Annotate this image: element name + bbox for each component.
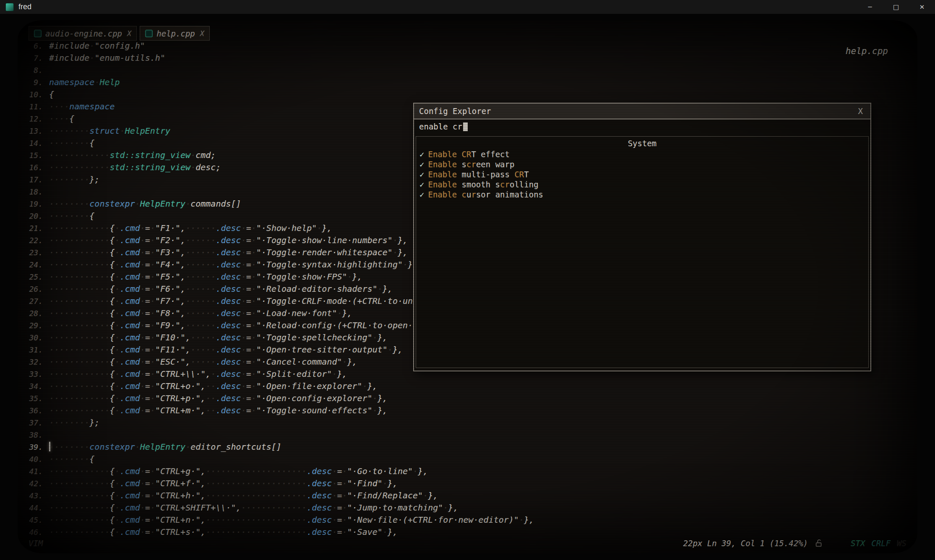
code-token: ············ — [49, 393, 110, 403]
config-option[interactable]: ✓Enable cursor animations — [419, 189, 865, 200]
code-token: { — [89, 138, 94, 148]
minimize-button[interactable]: ─ — [857, 0, 883, 14]
dialog-close-button[interactable]: X — [856, 106, 865, 116]
code-line[interactable]: 34.············{·.cmd·=·"CTRL+o·",··.des… — [18, 380, 917, 392]
line-number: 15. — [18, 149, 43, 161]
code-token: }, — [367, 381, 378, 391]
config-option[interactable]: ✓Enable smooth scrolling — [419, 179, 865, 189]
code-line[interactable]: 37.········}; — [18, 417, 917, 429]
code-token: .desc — [216, 296, 241, 306]
code-token: .desc — [216, 272, 241, 282]
code-token: · — [251, 308, 256, 318]
code-token: "·Toggle·render·whitespace" — [256, 247, 393, 257]
code-token: · — [150, 284, 155, 294]
code-token: { — [110, 272, 115, 282]
code-line[interactable]: 43.············{·.cmd·=·"CTRL+h·",······… — [18, 490, 917, 502]
code-token: · — [393, 247, 398, 257]
config-option[interactable]: ✓Enable screen warp — [419, 159, 865, 169]
option-label-segment: Enable — [428, 150, 457, 159]
code-token: }; — [89, 417, 99, 428]
maximize-button[interactable]: □ — [883, 0, 909, 14]
code-line[interactable]: 41.············{·.cmd·=·"CTRL+g·",······… — [18, 465, 917, 477]
code-line[interactable]: 45.············{·.cmd·=·"CTRL+n·",······… — [18, 514, 917, 526]
code-line[interactable]: 39.········constexpr·HelpEntry·editor_sh… — [18, 441, 917, 453]
code-token: · — [140, 272, 145, 282]
config-option[interactable]: ✓Enable multi-pass CRT — [419, 169, 865, 179]
code-line-content: ············{·.cmd·=·"CTRL+SHIFT+\\·",··… — [49, 502, 458, 514]
code-line[interactable]: 8. — [18, 64, 917, 76]
line-number: 40. — [18, 453, 43, 465]
code-line[interactable]: 6.#include·"config.h" — [18, 40, 917, 52]
code-token: · — [372, 393, 378, 403]
code-line[interactable]: 36.············{·.cmd·=·"CTRL+m·",··.des… — [18, 404, 917, 417]
code-token: .cmd — [120, 235, 140, 245]
option-label-segment: s — [457, 160, 466, 169]
code-line[interactable]: 7.#include·"enum-utils.h" — [18, 52, 917, 64]
close-button[interactable]: ✕ — [909, 0, 935, 14]
code-token: ············ — [49, 284, 110, 294]
code-token: }, — [524, 515, 534, 525]
checkbox-checked-icon[interactable]: ✓ — [419, 160, 424, 169]
code-token: .desc — [216, 369, 241, 379]
code-token: , — [180, 320, 185, 330]
code-token: · — [115, 247, 120, 257]
code-token: · — [115, 515, 120, 525]
code-line-content: ············{·.cmd·=·"F5·",······.desc·=… — [49, 271, 362, 283]
window-controls: ─ □ ✕ — [857, 0, 935, 14]
option-label-segment: Enable — [428, 190, 457, 199]
line-number: 39. — [18, 441, 43, 453]
code-token: · — [347, 272, 352, 282]
code-line[interactable]: 38. — [18, 429, 917, 441]
code-token: .cmd — [120, 272, 140, 282]
code-token: "·Go·to·line" — [347, 466, 413, 476]
line-number: 10. — [18, 88, 43, 101]
filename-overlay: help.cpp — [846, 46, 888, 56]
config-options-list: ✓Enable CRT effect✓Enable screen warp✓En… — [419, 149, 865, 200]
code-token: · — [241, 247, 246, 257]
status-bar: VIM 22px Ln 39, Col 1 (15.42%) STXCRLFWS — [18, 536, 917, 551]
code-line-content: ············{·.cmd·=·"CTRL+m·",··.desc·=… — [49, 404, 388, 417]
code-token: = — [246, 284, 251, 294]
tab-close-button[interactable]: X — [127, 29, 131, 38]
code-token: ············ — [49, 308, 110, 318]
code-line[interactable]: 42.············{·.cmd·=·"CTRL+f·",······… — [18, 477, 917, 490]
line-number: 35. — [18, 392, 43, 404]
code-line-content: ············{·.cmd·=·"CTRL+\\·",·.desc·=… — [49, 368, 347, 380]
code-token: .desc — [216, 381, 241, 391]
checkbox-checked-icon[interactable]: ✓ — [419, 190, 424, 199]
code-line[interactable]: 44.············{·.cmd·=·"CTRL+SHIFT+\\·"… — [18, 502, 917, 514]
code-token: = — [337, 478, 342, 488]
code-token: · — [342, 478, 347, 488]
checkbox-checked-icon[interactable]: ✓ — [419, 150, 424, 159]
mode-indicator: VIM — [29, 539, 43, 548]
line-number: 43. — [18, 490, 43, 502]
code-line[interactable]: 40.········{ — [18, 453, 917, 465]
code-token: · — [251, 259, 256, 270]
code-token: = — [246, 223, 251, 233]
code-line[interactable]: 10.{ — [18, 88, 917, 101]
option-label-segment: CR — [514, 170, 524, 179]
tab-close-button[interactable]: X — [200, 29, 204, 38]
config-search-input[interactable]: enable cr — [414, 119, 870, 134]
code-token: .desc — [216, 308, 241, 318]
config-option[interactable]: ✓Enable CRT effect — [419, 149, 865, 159]
code-line[interactable]: 35.············{·.cmd·=·"CTRL+p·",··.des… — [18, 392, 917, 404]
code-token: .cmd — [120, 308, 140, 318]
code-line-content: ············{·.cmd·=·"CTRL+o·",··.desc·=… — [49, 380, 378, 392]
code-token: · — [115, 272, 120, 282]
code-token: { — [110, 381, 115, 391]
checkbox-checked-icon[interactable]: ✓ — [419, 170, 424, 179]
code-token: = — [145, 405, 150, 415]
code-token: , — [201, 490, 206, 500]
status-flag-crlf: CRLF — [871, 539, 891, 548]
code-token: = — [145, 466, 150, 476]
tab-help.cpp[interactable]: help.cppX — [140, 26, 210, 41]
code-token: = — [246, 357, 251, 367]
checkbox-checked-icon[interactable]: ✓ — [419, 180, 424, 189]
cpp-file-icon — [34, 30, 42, 37]
tab-audio-engine.cpp[interactable]: audio-engine.cppX — [29, 26, 137, 41]
code-token: { — [110, 466, 115, 476]
code-line[interactable]: 9.namespace·Help — [18, 76, 917, 88]
code-token: }, — [378, 405, 388, 415]
code-token: { — [110, 223, 115, 233]
